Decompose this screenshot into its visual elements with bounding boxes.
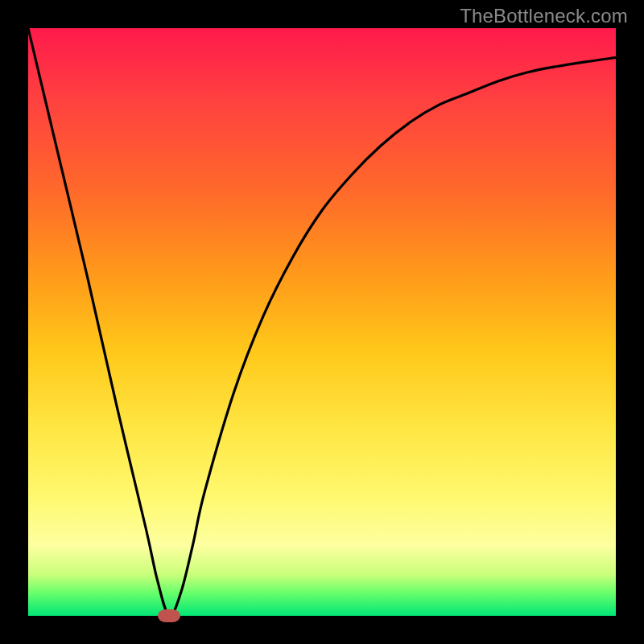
bottleneck-curve (28, 28, 616, 616)
watermark-text: TheBottleneck.com (460, 5, 628, 27)
chart-frame: TheBottleneck.com (0, 0, 644, 644)
optimal-point-marker (158, 609, 180, 622)
plot-area (28, 28, 616, 616)
